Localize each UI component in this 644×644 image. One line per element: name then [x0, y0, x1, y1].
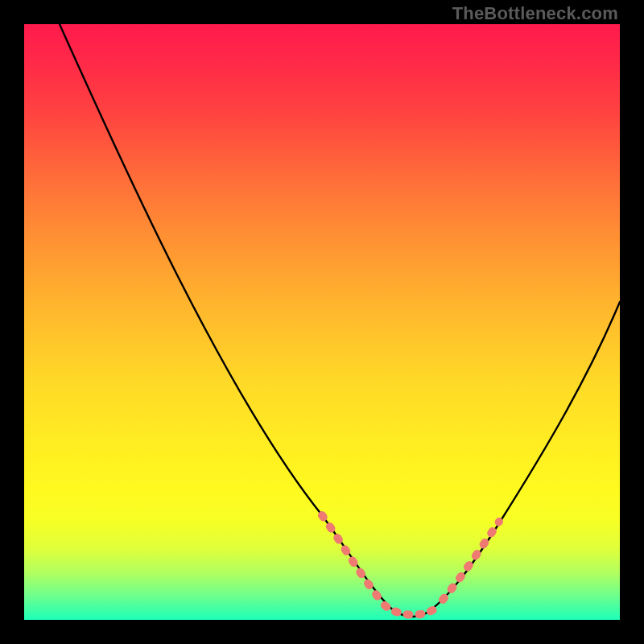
chart-frame: TheBottleneck.com — [0, 0, 644, 644]
highlight-right — [443, 522, 499, 600]
curve-path — [60, 24, 620, 617]
highlight-bottom — [385, 605, 436, 615]
watermark-text: TheBottleneck.com — [452, 3, 618, 24]
plot-area — [24, 24, 620, 620]
bottleneck-curve — [24, 24, 620, 620]
